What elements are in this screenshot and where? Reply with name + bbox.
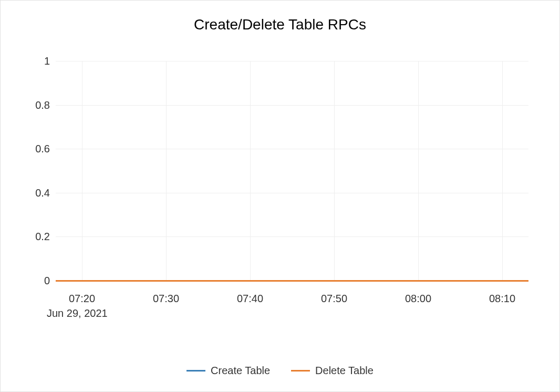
- gridline-v: [502, 61, 503, 281]
- gridline-v: [418, 61, 419, 281]
- y-tick-label: 0.6: [18, 143, 50, 155]
- legend-swatch: [186, 370, 205, 372]
- legend-label: Delete Table: [315, 365, 374, 377]
- chart-title: Create/Delete Table RPCs: [1, 16, 559, 33]
- x-tick-label: 07:30: [145, 293, 187, 305]
- y-tick-label: 0.2: [18, 231, 50, 243]
- gridline-h: [56, 61, 528, 61]
- x-tick-label: 07:50: [313, 293, 355, 305]
- y-tick-label: 1: [18, 55, 50, 67]
- legend: Create Table Delete Table: [1, 365, 559, 377]
- gridline-v: [250, 61, 251, 281]
- x-tick-label: 08:00: [397, 293, 439, 305]
- gridline-v: [334, 61, 335, 281]
- x-tick-label: 07:20: [61, 293, 103, 305]
- series-line-delete-table: [56, 280, 528, 282]
- legend-label: Create Table: [211, 365, 270, 377]
- x-tick-label: 07:40: [229, 293, 271, 305]
- gridline-h: [56, 149, 528, 149]
- x-axis-date-label: Jun 29, 2021: [47, 307, 108, 319]
- gridline-h: [56, 236, 528, 237]
- y-tick-label: 0.8: [18, 99, 50, 111]
- legend-swatch: [291, 370, 310, 372]
- y-tick-label: 0.4: [18, 187, 50, 199]
- gridline-v: [82, 61, 82, 281]
- gridline-h: [56, 193, 528, 193]
- y-tick-label: 0: [18, 275, 50, 287]
- legend-item-delete-table[interactable]: Delete Table: [291, 365, 374, 377]
- gridline-h: [56, 105, 528, 106]
- gridline-v: [166, 61, 167, 281]
- legend-item-create-table[interactable]: Create Table: [186, 365, 270, 377]
- x-tick-label: 08:10: [481, 293, 523, 305]
- chart-container: Create/Delete Table RPCs 0 0.2 0.4 0.6 0…: [0, 0, 560, 392]
- plot-area: [56, 61, 528, 281]
